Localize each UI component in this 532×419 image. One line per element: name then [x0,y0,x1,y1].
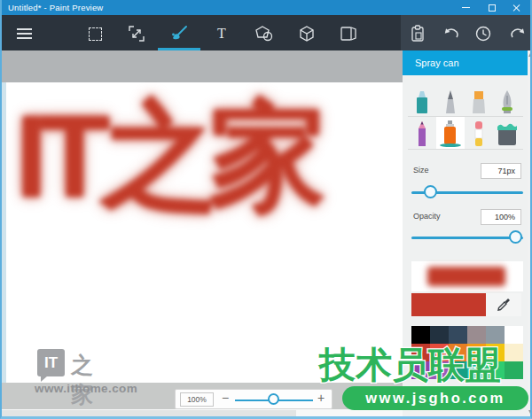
glue-stick-icon [473,121,485,148]
shapes-tool-button[interactable] [253,22,276,45]
select-tool-button[interactable] [83,22,106,45]
tool-glue-stick[interactable] [465,117,493,149]
marker-icon [471,90,487,115]
close-button[interactable] [504,0,530,15]
size-label: Size [413,166,429,175]
window-title: Untitled* - Paint Preview [8,3,103,12]
size-slider-thumb[interactable] [424,185,437,198]
zoom-out-button[interactable]: − [222,391,229,405]
eyedropper-button[interactable] [486,293,521,316]
redo-button[interactable] [506,22,529,45]
eyedropper-icon [497,298,511,312]
brush-tool-button[interactable] [168,22,191,45]
scrollbar-up-arrow-icon[interactable] [528,53,532,57]
canvas-tool-button[interactable] [337,22,360,45]
palette-swatch[interactable] [486,326,505,344]
brush-icon [169,24,189,43]
canvas-pages-icon [339,25,358,43]
tool-spray-can[interactable] [436,117,465,149]
cube-3d-icon [298,25,316,43]
tool-calligraphy-pen[interactable] [436,84,465,116]
highlighter-icon [413,90,431,115]
opacity-value-box[interactable]: 100% [481,209,521,225]
toolbar: T [0,15,532,50]
history-button[interactable] [472,22,495,45]
tool-pencil[interactable] [408,117,436,149]
jsgho-watermark: 技术员联盟 www.jsgho.com [319,347,532,384]
title-bar: Untitled* - Paint Preview [0,0,532,15]
maximize-icon [489,4,496,12]
undo-icon [442,26,460,42]
brush-tools-grid [408,84,523,150]
undo-button[interactable] [440,22,463,45]
opacity-label: Opacity [413,212,441,221]
horizontal-scrollbar-thumb[interactable] [2,410,296,416]
minimize-button[interactable] [452,0,479,15]
current-color-swatch[interactable] [411,293,486,316]
ithome-logo-suffix: 之家 [71,351,95,409]
zoom-in-button[interactable]: + [317,391,325,405]
palette-swatch[interactable] [430,326,449,344]
paint-bucket-icon [496,121,519,148]
text-tool-icon: T [217,26,226,42]
resize-tool-button[interactable] [125,22,148,45]
size-value-box[interactable]: 71px [481,163,521,179]
horizontal-scrollbar[interactable] [2,409,403,417]
palette-swatch[interactable] [449,326,467,344]
paste-button[interactable] [406,22,429,45]
spray-can-icon [439,120,462,148]
stroke-preview [411,261,523,291]
ithome-logo: IT [37,349,65,376]
zoom-value-box[interactable]: 100% [180,392,214,407]
jsgho-url: www.jsgho.com [342,386,528,410]
selection-rectangle-icon [89,27,102,41]
jsgho-title: 技术员联盟 [319,347,532,384]
zoom-slider-thumb[interactable] [268,393,279,405]
close-icon [512,4,521,12]
scrollbar-down-arrow-icon[interactable] [528,410,532,414]
opacity-slider[interactable] [411,230,523,244]
shapes-icon [255,25,273,43]
brush-tools-row-1 [408,84,523,117]
palette-swatch[interactable] [411,326,430,344]
ithome-logo-tail [41,376,48,382]
hamburger-icon [17,28,32,39]
tool-marker[interactable] [465,84,493,116]
resize-icon [129,26,145,42]
app-window: IT之家 100% − + Spray can [0,0,532,419]
palette-row [411,326,523,344]
palette-swatch[interactable] [505,326,523,344]
clipboard-icon [410,25,426,43]
ithome-url: www.ithome.com [35,382,137,395]
minimize-icon [462,7,470,9]
tool-fountain-pen[interactable] [493,84,521,116]
tool-paint-bucket[interactable] [493,117,521,149]
active-tab-indicator [158,48,200,50]
calligraphy-pen-icon [443,90,458,115]
spray-stroke-sample [427,267,505,286]
palette-swatch[interactable] [467,326,486,344]
panel-header: Spray can [403,50,528,75]
menu-button[interactable] [12,22,35,45]
size-slider[interactable] [411,185,523,199]
text-tool-button[interactable]: T [210,22,233,45]
fountain-pen-icon [499,90,515,115]
spray-painted-text: IT之家 [15,79,405,237]
opacity-slider-thumb[interactable] [509,230,522,244]
brush-tools-row-2 [408,117,523,150]
zoom-slider[interactable] [235,393,313,407]
history-clock-icon [474,25,492,43]
tool-highlighter[interactable] [408,84,436,116]
pencil-icon [415,121,429,148]
redo-icon [509,26,527,42]
drawing-canvas[interactable]: IT之家 [6,82,403,383]
maximize-button[interactable] [479,0,505,15]
3d-tool-button[interactable] [295,22,318,45]
zoom-control: 100% − + [175,389,332,409]
opacity-slider-track [411,237,523,239]
